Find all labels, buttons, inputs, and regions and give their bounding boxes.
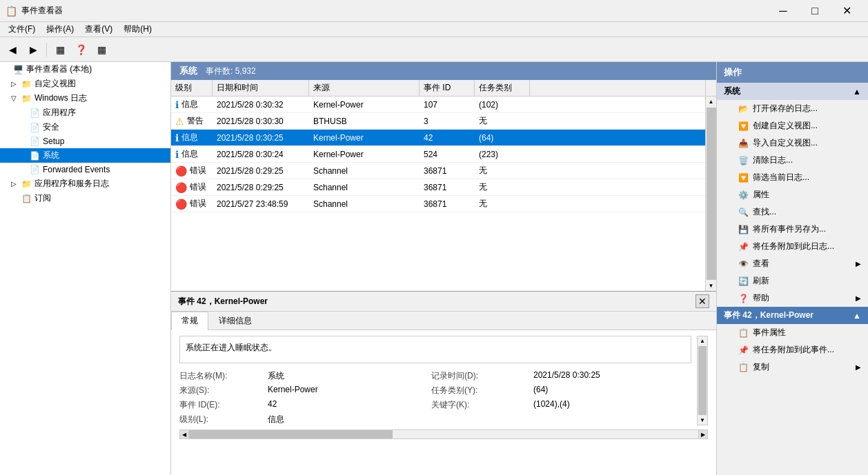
cell-task: (102) bbox=[475, 97, 530, 112]
detail-scrollbar[interactable]: ▲ ▼ bbox=[697, 336, 708, 425]
keyword-label: 关键字(K): bbox=[431, 399, 528, 411]
cell-source: Schannel bbox=[309, 179, 420, 195]
table-row[interactable]: ℹ 信息 2021/5/28 0:30:25 Kernel-Power 42 (… bbox=[171, 130, 705, 146]
tab-general[interactable]: 常规 bbox=[171, 312, 208, 330]
system-action-item[interactable]: 🔄 刷新 bbox=[717, 272, 868, 290]
tree-item-root[interactable]: 🖥️ 事件查看器 (本地) bbox=[0, 62, 170, 77]
scroll-up-btn[interactable]: ▲ bbox=[707, 97, 716, 107]
view-button[interactable]: ▦ bbox=[50, 40, 70, 59]
tree-item-forwarded[interactable]: 📄 Forwarded Events bbox=[0, 163, 170, 176]
help-button[interactable]: ❓ bbox=[71, 40, 90, 59]
tree-item-appsvc[interactable]: ▷ 📁 应用程序和服务日志 bbox=[0, 176, 170, 191]
tree-item-system[interactable]: 📄 系统 bbox=[0, 148, 170, 163]
detail-scroll-down[interactable]: ▼ bbox=[698, 416, 707, 425]
table-scrollbar[interactable]: ▲ ▼ bbox=[705, 97, 716, 291]
system-action-item[interactable]: 🗑️ 清除日志... bbox=[717, 152, 868, 169]
col-eventid[interactable]: 事件 ID bbox=[420, 80, 475, 96]
action-label: 将任务附加到此日志... bbox=[753, 241, 834, 252]
task-value: (64) bbox=[533, 385, 691, 396]
scroll-down-btn[interactable]: ▼ bbox=[707, 281, 716, 291]
table-row[interactable]: ℹ 信息 2021/5/28 0:30:24 Kernel-Power 524 … bbox=[171, 146, 705, 163]
action-label: 帮助 bbox=[753, 292, 769, 304]
table-row[interactable]: 🔴 错误 2021/5/28 0:29:25 Schannel 36871 无 bbox=[171, 163, 705, 179]
detail-tabs: 常规 详细信息 bbox=[171, 312, 716, 330]
hscroll-left[interactable]: ◀ bbox=[179, 429, 189, 439]
action-icon: 📌 bbox=[738, 345, 749, 356]
tree-item-security[interactable]: 📄 安全 bbox=[0, 120, 170, 134]
system-action-item[interactable]: 📌 将任务附加到此日志... bbox=[717, 238, 868, 255]
col-level[interactable]: 级别 bbox=[171, 80, 213, 96]
detail-title: 事件 42，Kernel-Power bbox=[178, 296, 268, 307]
col-source[interactable]: 来源 bbox=[309, 80, 420, 96]
action-icon: 🗑️ bbox=[738, 155, 749, 166]
system-action-item[interactable]: ⚙️ 属性 bbox=[717, 186, 868, 203]
system-action-item[interactable]: 📂 打开保存的日志... bbox=[717, 100, 868, 117]
system-action-item[interactable]: 🔽 创建自定义视图... bbox=[717, 117, 868, 134]
level-icon: ⚠ bbox=[175, 116, 184, 127]
level-icon: 🔴 bbox=[175, 182, 187, 193]
system-action-item[interactable]: 🔽 筛选当前日志... bbox=[717, 169, 868, 186]
system-section-title[interactable]: 系统 ▲ bbox=[717, 83, 868, 100]
maximize-button[interactable]: □ bbox=[799, 0, 831, 22]
minimize-button[interactable]: ─ bbox=[767, 0, 799, 22]
extra-button[interactable]: ▦ bbox=[92, 40, 111, 59]
table-row[interactable]: ℹ 信息 2021/5/28 0:30:32 Kernel-Power 107 … bbox=[171, 97, 705, 113]
detail-hscrollbar[interactable]: ◀ ▶ bbox=[179, 429, 708, 439]
detail-scroll-up[interactable]: ▲ bbox=[698, 336, 707, 345]
tree-item-app[interactable]: 📄 应用程序 bbox=[0, 105, 170, 120]
menu-help[interactable]: 帮助(H) bbox=[118, 22, 157, 37]
close-button[interactable]: ✕ bbox=[831, 0, 862, 22]
tree-item-custom[interactable]: ▷ 📁 自定义视图 bbox=[0, 77, 170, 91]
table-row[interactable]: 🔴 错误 2021/5/28 0:29:25 Schannel 36871 无 bbox=[171, 179, 705, 196]
system-action-item[interactable]: ❓ 帮助 ▶ bbox=[717, 290, 868, 307]
back-button[interactable]: ◀ bbox=[3, 40, 22, 59]
table-row[interactable]: ⚠ 警告 2021/5/28 0:30:30 BTHUSB 3 无 bbox=[171, 113, 705, 130]
level-label: 级别(L): bbox=[179, 414, 262, 425]
cell-eventid: 36871 bbox=[420, 179, 475, 195]
cell-level: ℹ 信息 bbox=[171, 146, 213, 162]
col-datetime[interactable]: 日期和时间 bbox=[213, 80, 309, 96]
tree-label: 应用程序 bbox=[43, 107, 76, 119]
action-label: 将任务附加到此事件... bbox=[753, 344, 834, 356]
menu-file[interactable]: 文件(F) bbox=[3, 22, 41, 37]
title-bar: 📋 事件查看器 ─ □ ✕ bbox=[0, 0, 868, 22]
tree-label: Windows 日志 bbox=[34, 92, 87, 104]
level-text: 错误 bbox=[190, 181, 206, 193]
hscroll-right[interactable]: ▶ bbox=[698, 429, 708, 439]
event-action-item[interactable]: 📋 复制 ▶ bbox=[717, 358, 868, 376]
tree-label: 系统 bbox=[43, 150, 59, 161]
cell-level: ℹ 信息 bbox=[171, 130, 213, 145]
event-actions: 📋 事件属性 📌 将任务附加到此事件... 📋 复制 ▶ bbox=[717, 324, 868, 376]
cell-eventid: 107 bbox=[420, 97, 475, 112]
system-action-item[interactable]: 🔍 查找... bbox=[717, 203, 868, 221]
system-action-item[interactable]: 💾 将所有事件另存为... bbox=[717, 221, 868, 238]
tree-item-winlogs[interactable]: ▽ 📁 Windows 日志 bbox=[0, 91, 170, 105]
detail-close-button[interactable]: ✕ bbox=[696, 294, 709, 308]
cell-source: Kernel-Power bbox=[309, 97, 420, 112]
hscroll-track bbox=[189, 429, 698, 439]
system-action-item[interactable]: 📥 导入自定义视图... bbox=[717, 134, 868, 152]
tree-item-setup[interactable]: 📄 Setup bbox=[0, 134, 170, 148]
menu-action[interactable]: 操作(A) bbox=[41, 22, 79, 37]
cell-eventid: 524 bbox=[420, 146, 475, 162]
system-action-item[interactable]: 👁️ 查看 ▶ bbox=[717, 255, 868, 272]
tree-label: Forwarded Events bbox=[43, 165, 110, 174]
menu-view[interactable]: 查看(V) bbox=[79, 22, 118, 37]
forward-button[interactable]: ▶ bbox=[23, 40, 43, 59]
col-task[interactable]: 任务类别 bbox=[475, 80, 530, 96]
cell-task: 无 bbox=[475, 163, 530, 179]
action-icon: 📌 bbox=[738, 241, 749, 252]
level-icon: 🔴 bbox=[175, 199, 187, 210]
cell-source: BTHUSB bbox=[309, 113, 420, 129]
event-action-item[interactable]: 📋 事件属性 bbox=[717, 324, 868, 341]
tree-icon: 📄 bbox=[28, 122, 41, 133]
tab-detail[interactable]: 详细信息 bbox=[208, 312, 262, 330]
hscroll-thumb bbox=[189, 430, 393, 438]
event-section-title[interactable]: 事件 42，Kernel-Power ▲ bbox=[717, 307, 868, 324]
tree-container: 🖥️ 事件查看器 (本地) ▷ 📁 自定义视图 ▽ 📁 Windows 日志 📄… bbox=[0, 62, 170, 205]
event-action-item[interactable]: 📌 将任务附加到此事件... bbox=[717, 341, 868, 358]
table-row[interactable]: 🔴 错误 2021/5/27 23:48:59 Schannel 36871 无 bbox=[171, 196, 705, 212]
tree-item-subscribe[interactable]: 📋 订阅 bbox=[0, 191, 170, 205]
tree-arrow: ▷ bbox=[8, 80, 19, 88]
action-label: 刷新 bbox=[753, 275, 769, 287]
